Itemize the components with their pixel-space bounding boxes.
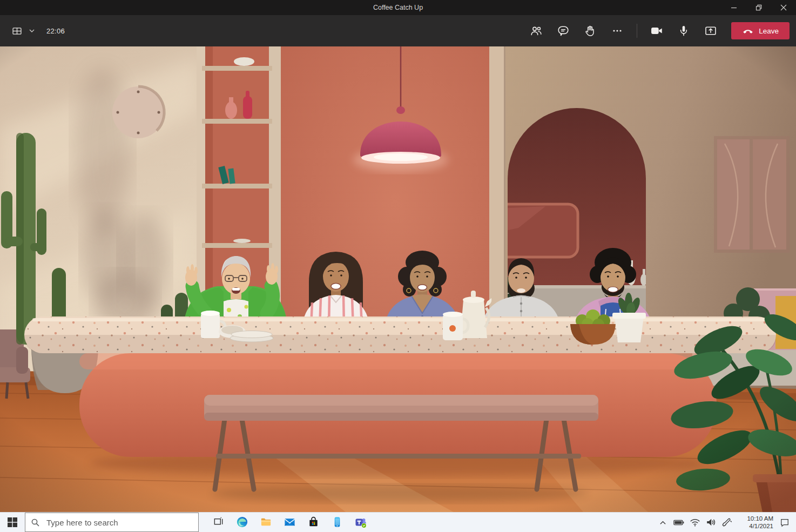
wifi-icon — [689, 516, 701, 528]
chevron-up-icon — [659, 520, 666, 525]
battery-indicator[interactable] — [671, 513, 687, 532]
close-icon — [780, 4, 787, 11]
meeting-timer: 22:06 — [46, 27, 65, 35]
mail-icon — [284, 516, 296, 528]
microphone-button[interactable] — [673, 20, 694, 42]
action-center-button[interactable] — [777, 513, 793, 532]
restore-button[interactable] — [746, 0, 771, 15]
file-explorer-icon — [260, 516, 272, 528]
start-button[interactable] — [0, 513, 25, 532]
teams-meeting-window: Coffee Catch Up — [0, 0, 796, 532]
window-title: Coffee Catch Up — [0, 4, 796, 11]
minimize-button[interactable] — [721, 0, 746, 15]
minimize-icon — [731, 4, 737, 11]
chat-button[interactable] — [552, 20, 574, 42]
task-view-icon — [213, 516, 224, 527]
scene-vignette — [0, 46, 796, 512]
windows-logo-icon — [8, 517, 17, 527]
restore-icon — [755, 4, 762, 11]
edge-icon — [236, 516, 248, 528]
your-phone-button[interactable] — [325, 516, 349, 528]
battery-icon — [673, 516, 685, 528]
camera-on-icon — [650, 24, 664, 38]
title-bar: Coffee Catch Up — [0, 0, 796, 15]
hangup-icon — [742, 27, 754, 35]
search-icon — [31, 518, 40, 527]
cafe-scene — [0, 46, 796, 512]
wifi-indicator[interactable] — [687, 513, 703, 532]
gallery-view-button[interactable] — [8, 20, 26, 42]
together-mode-stage — [0, 46, 796, 512]
chevron-down-icon[interactable] — [29, 29, 35, 32]
tray-date: 4/1/2021 — [739, 522, 773, 530]
system-tray: 10:10 AM 4/1/2021 — [655, 513, 793, 532]
windows-ink-button[interactable] — [719, 513, 736, 532]
search-input[interactable] — [45, 517, 177, 528]
participants-icon — [530, 24, 543, 37]
more-options-button[interactable] — [606, 20, 628, 42]
raise-hand-icon — [584, 24, 597, 37]
close-button[interactable] — [771, 0, 796, 15]
more-options-icon — [611, 24, 624, 37]
file-explorer-button[interactable] — [254, 516, 278, 528]
tray-time: 10:10 AM — [739, 515, 773, 522]
volume-icon — [705, 516, 717, 528]
toolbar-divider — [637, 24, 637, 38]
raise-hand-button[interactable] — [579, 20, 601, 42]
pen-icon — [721, 516, 733, 528]
participants-button[interactable] — [525, 20, 547, 42]
your-phone-icon — [331, 516, 343, 528]
volume-indicator[interactable] — [703, 513, 719, 532]
hidden-icons-button[interactable] — [655, 513, 671, 532]
share-screen-button[interactable] — [700, 20, 721, 42]
task-view-button[interactable] — [206, 516, 230, 527]
action-center-icon — [779, 517, 790, 528]
leave-button[interactable]: Leave — [731, 22, 790, 39]
camera-button[interactable] — [646, 20, 667, 42]
gallery-view-icon — [11, 25, 23, 37]
teams-icon — [354, 516, 367, 529]
meeting-toolbar: 22:06 — [0, 15, 796, 46]
microphone-on-icon — [677, 24, 690, 37]
teams-button[interactable] — [349, 516, 373, 529]
chat-icon — [557, 24, 570, 37]
share-screen-icon — [704, 24, 717, 37]
mail-button[interactable] — [278, 516, 301, 528]
windows-taskbar: 10:10 AM 4/1/2021 — [0, 512, 796, 532]
store-button[interactable] — [301, 516, 325, 528]
window-controls — [721, 0, 796, 15]
edge-button[interactable] — [230, 516, 254, 528]
microsoft-store-icon — [307, 516, 320, 528]
leave-label: Leave — [759, 27, 779, 35]
taskbar-search[interactable] — [25, 513, 199, 532]
tray-clock[interactable]: 10:10 AM 4/1/2021 — [739, 515, 773, 530]
